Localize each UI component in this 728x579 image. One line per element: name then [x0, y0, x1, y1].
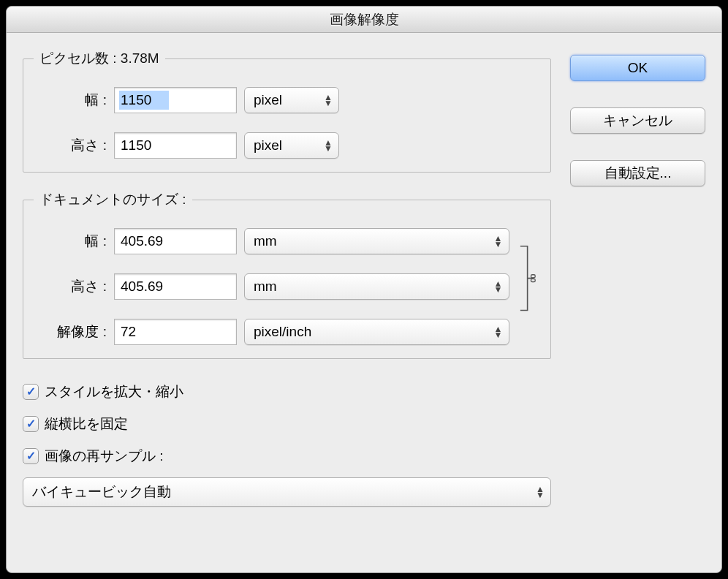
auto-button[interactable]: 自動設定... — [570, 160, 705, 186]
resolution-label: 解像度 : — [34, 322, 107, 341]
link-bracket-icon — [517, 239, 541, 334]
right-column: OK キャンセル 自動設定... — [570, 49, 705, 558]
dialog-window: 画像解像度 ピクセル数 : 3.78M 幅 : pixel — [6, 6, 722, 573]
content-area: ピクセル数 : 3.78M 幅 : pixel 高さ — [7, 33, 721, 572]
window-title: 画像解像度 — [330, 10, 399, 29]
doc-height-input[interactable] — [114, 273, 237, 300]
doc-width-unit-select[interactable]: mm — [244, 228, 509, 254]
resample-method-select[interactable]: バイキュービック自動 — [23, 477, 551, 507]
check-icon: ✓ — [26, 450, 36, 462]
file-size-display: 3.78M — [121, 50, 159, 66]
resample-label: 画像の再サンプル : — [45, 447, 164, 466]
chevrons-icon — [494, 326, 503, 338]
scale-styles-label: スタイルを拡大・縮小 — [45, 382, 183, 401]
chevrons-icon — [494, 235, 503, 247]
left-column: ピクセル数 : 3.78M 幅 : pixel 高さ — [23, 49, 551, 558]
chevrons-icon — [536, 486, 545, 498]
check-icon: ✓ — [26, 418, 36, 430]
resolution-input[interactable] — [114, 319, 237, 345]
cancel-button-label: キャンセル — [603, 111, 672, 130]
pixel-height-unit-value: pixel — [254, 137, 282, 154]
pixel-height-input[interactable] — [114, 132, 237, 159]
pixel-dimensions-legend: ピクセル数 : 3.78M — [34, 49, 165, 68]
document-size-group: ドキュメントのサイズ : 幅 : mm 高さ : — [23, 190, 551, 359]
doc-width-input[interactable] — [114, 228, 237, 254]
constrain-proportions-label: 縦横比を固定 — [45, 415, 128, 434]
resolution-unit-select[interactable]: pixel/inch — [244, 319, 509, 345]
auto-button-label: 自動設定... — [604, 164, 672, 183]
resample-checkbox[interactable]: ✓ — [23, 448, 39, 464]
ok-button[interactable]: OK — [570, 55, 705, 81]
cancel-button[interactable]: キャンセル — [570, 107, 705, 134]
doc-height-label: 高さ : — [34, 277, 107, 296]
pixel-width-unit-value: pixel — [254, 92, 282, 108]
chevrons-icon — [494, 281, 503, 292]
scale-styles-checkbox[interactable]: ✓ — [23, 384, 39, 400]
resolution-unit-value: pixel/inch — [254, 324, 311, 340]
pixel-width-label: 幅 : — [34, 91, 107, 110]
legend-prefix: ピクセル数 : — [39, 50, 121, 66]
doc-width-unit-value: mm — [254, 233, 277, 249]
pixel-dimensions-group: ピクセル数 : 3.78M 幅 : pixel 高さ — [23, 49, 551, 173]
chevrons-icon — [324, 140, 333, 151]
pixel-width-unit-select[interactable]: pixel — [244, 87, 339, 113]
pixel-width-input[interactable] — [114, 87, 237, 113]
pixel-height-label: 高さ : — [34, 136, 107, 155]
check-icon: ✓ — [26, 386, 36, 398]
pixel-height-unit-select[interactable]: pixel — [244, 132, 339, 159]
doc-width-label: 幅 : — [34, 232, 107, 251]
chevrons-icon — [324, 94, 333, 106]
doc-height-unit-select[interactable]: mm — [244, 273, 509, 300]
titlebar: 画像解像度 — [7, 7, 721, 33]
constrain-proportions-checkbox[interactable]: ✓ — [23, 416, 39, 432]
resample-method-value: バイキュービック自動 — [32, 482, 171, 502]
ok-button-label: OK — [628, 60, 648, 76]
document-size-legend: ドキュメントのサイズ : — [34, 190, 192, 209]
doc-height-unit-value: mm — [254, 279, 277, 295]
